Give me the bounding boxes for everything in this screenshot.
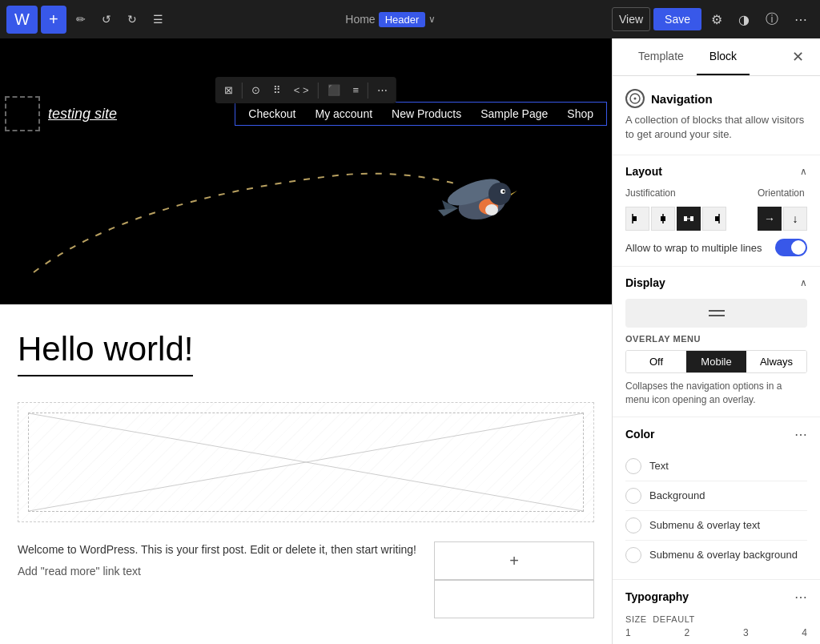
breadcrumb: Home Header ∨	[345, 12, 436, 27]
canvas-area[interactable]: ⊠ ⊙ ⠿ < > ⬛ ≡ ⋯ testing site	[0, 38, 612, 644]
block-more-button[interactable]: ⋯	[372, 80, 393, 100]
typography-section: Typography ⋯ SIZE DEFAULT 1 2 3 4	[613, 580, 820, 644]
toolbar-divider-3	[368, 83, 368, 99]
justify-right-button[interactable]	[702, 207, 726, 231]
panel-close-button[interactable]: ✕	[789, 45, 807, 69]
info-button[interactable]: ⓘ	[759, 6, 785, 33]
overlay-menu-label: OVERLAY MENU	[625, 334, 807, 344]
color-text-label: Text	[649, 460, 669, 472]
color-background-label: Background	[649, 489, 705, 501]
justify-space-between-button[interactable]	[677, 207, 701, 231]
svg-marker-7	[511, 191, 517, 195]
orientation-label: Orientation	[758, 187, 807, 199]
wrap-toggle-row: Allow to wrap to multiple lines	[625, 239, 807, 256]
justification-col: Justification	[625, 187, 726, 231]
nav-link-checkout[interactable]: Checkout	[239, 104, 305, 123]
style-button[interactable]: ◑	[732, 7, 756, 32]
nav-link-samplepage[interactable]: Sample Page	[471, 104, 557, 123]
toggle-knob	[791, 240, 806, 255]
add-more-bottom	[434, 580, 594, 618]
typography-options-button[interactable]: ⋯	[794, 590, 807, 605]
layout-section: Layout ∧ Justification	[613, 155, 820, 267]
add-block-button[interactable]: +	[41, 6, 66, 34]
color-text-option[interactable]: Text	[625, 452, 807, 481]
ham-line-1	[709, 310, 725, 312]
header-block: ⊠ ⊙ ⠿ < > ⬛ ≡ ⋯ testing site	[0, 38, 612, 304]
size-steps: 1 2 3 4	[625, 627, 807, 638]
color-text-circle	[625, 458, 641, 474]
tab-template[interactable]: Template	[625, 38, 697, 75]
image-placeholder-inner	[28, 413, 584, 512]
view-button[interactable]: View	[612, 7, 650, 31]
image-placeholder[interactable]	[18, 402, 594, 522]
color-options-button[interactable]: ⋯	[794, 427, 807, 442]
block-options-button[interactable]: ⊙	[246, 80, 266, 100]
panel-tabs: Template Block	[625, 38, 750, 75]
layout-collapse-icon[interactable]: ∧	[800, 166, 807, 177]
post-title: Hello world!	[18, 330, 193, 376]
read-more-link[interactable]: Add "read more" link text	[18, 565, 432, 578]
svg-point-13	[634, 98, 637, 100]
display-section: Display ∧ OVERLAY MENU Off Mobile Always…	[613, 267, 820, 417]
wrap-toggle[interactable]	[775, 239, 807, 256]
orient-horizontal-button[interactable]: →	[758, 207, 782, 231]
justify-left-button[interactable]	[625, 207, 649, 231]
save-button[interactable]: Save	[653, 8, 701, 30]
color-submenu-text-option[interactable]: Submenu & overlay text	[625, 511, 807, 541]
wp-logo-icon: W	[14, 10, 30, 29]
color-background-option[interactable]: Background	[625, 481, 807, 511]
display-title: Display	[625, 276, 665, 289]
navigation-info: Navigation A collection of blocks that a…	[613, 76, 820, 155]
nav-link-shop[interactable]: Shop	[557, 104, 603, 123]
add-more-button[interactable]: +	[434, 541, 594, 580]
typography-title: Typography	[625, 590, 689, 603]
post-footer: Welcome to WordPress. This is your first…	[18, 541, 594, 618]
color-title: Color	[625, 428, 655, 441]
redo-button[interactable]: ↻	[121, 8, 143, 30]
wp-logo[interactable]: W	[6, 6, 38, 34]
post-excerpt-area: Welcome to WordPress. This is your first…	[18, 541, 432, 578]
orient-vertical-button[interactable]: ↓	[783, 207, 807, 231]
breadcrumb-home[interactable]: Home	[345, 13, 375, 26]
color-submenu-text-circle	[625, 517, 641, 533]
size-label: SIZE DEFAULT	[625, 614, 807, 624]
block-drag-button[interactable]: ⠿	[267, 80, 287, 100]
tab-block[interactable]: Block	[697, 38, 750, 75]
color-submenu-bg-circle	[625, 547, 641, 563]
list-view-button[interactable]: ☰	[147, 8, 170, 30]
justify-buttons	[625, 207, 726, 231]
post-excerpt: Welcome to WordPress. This is your first…	[18, 541, 416, 558]
hamburger-icon	[709, 310, 725, 316]
wrap-label: Allow to wrap to multiple lines	[625, 242, 762, 254]
display-collapse-icon[interactable]: ∧	[800, 277, 807, 288]
nav-info-header: Navigation	[625, 89, 807, 108]
nav-menu: Checkout My account New Products Sample …	[235, 102, 607, 126]
color-background-circle	[625, 488, 641, 504]
svg-point-6	[503, 191, 505, 193]
undo-button[interactable]: ↺	[95, 8, 118, 30]
edit-button[interactable]: ✏	[70, 8, 92, 30]
overlay-off-button[interactable]: Off	[626, 351, 686, 372]
settings-button[interactable]: ⚙	[705, 7, 729, 32]
site-title[interactable]: testing site	[48, 106, 117, 123]
color-submenu-bg-option[interactable]: Submenu & overlay background	[625, 541, 807, 570]
block-type-button[interactable]: ⊠	[219, 80, 239, 100]
overlay-always-button[interactable]: Always	[746, 351, 806, 372]
page-content: ⊠ ⊙ ⠿ < > ⬛ ≡ ⋯ testing site	[0, 38, 612, 644]
block-code-button[interactable]: < >	[288, 80, 315, 100]
post-content: Hello world! Welcome to WordPress. This …	[0, 304, 612, 644]
more-button[interactable]: ⋯	[788, 7, 814, 32]
nav-link-myaccount[interactable]: My account	[305, 104, 382, 123]
justify-center-button[interactable]	[651, 207, 675, 231]
breadcrumb-active[interactable]: Header	[379, 12, 426, 27]
nav-compass-icon	[629, 93, 641, 104]
block-resize-button[interactable]: ⬛	[322, 80, 346, 100]
layout-title: Layout	[625, 165, 662, 178]
overlay-mobile-button[interactable]: Mobile	[686, 351, 746, 372]
nav-link-newproducts[interactable]: New Products	[382, 104, 471, 123]
svg-point-4	[488, 183, 511, 205]
display-section-header: Display ∧	[625, 276, 807, 289]
block-align-button[interactable]: ≡	[348, 80, 365, 100]
display-preview[interactable]	[625, 299, 807, 328]
logo-placeholder	[5, 96, 40, 131]
